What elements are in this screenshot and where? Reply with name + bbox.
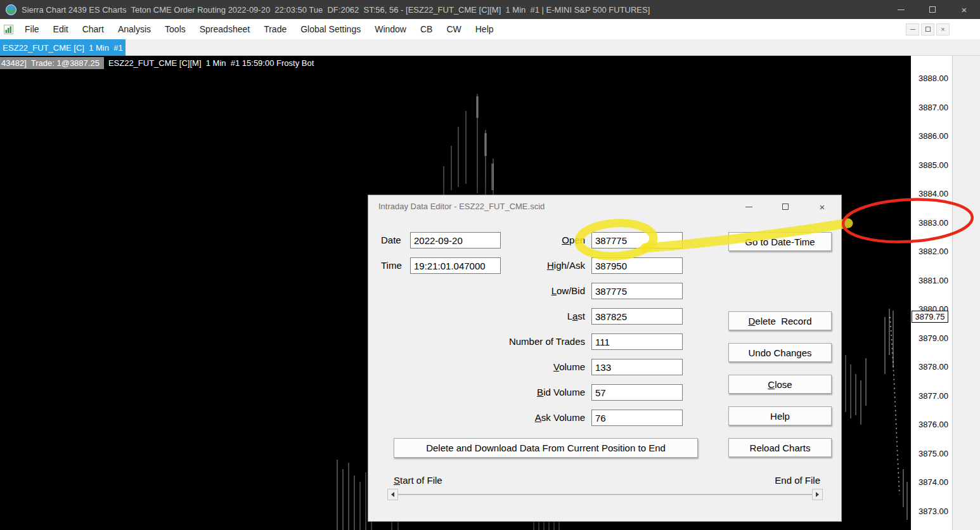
tab-bar: ESZ22_FUT_CME [C] 1 Min #1 (0, 39, 980, 56)
menu-analysis[interactable]: Analysis (111, 24, 158, 34)
chart-document-icon (4, 25, 13, 34)
price-axis-label: 3882.00 (919, 246, 948, 257)
menu-window[interactable]: Window (368, 24, 413, 34)
data-position-scrollbar[interactable] (387, 489, 823, 500)
ask-volume-label: Ask Volume (458, 411, 585, 424)
bid-volume-label: Bid Volume (458, 386, 585, 399)
intraday-data-editor-dialog: Intraday Data Editor - ESZ22_FUT_CME.sci… (368, 195, 842, 522)
menu-cb[interactable]: CB (413, 24, 439, 34)
menu-tools[interactable]: Tools (158, 24, 193, 34)
last-price-badge: 3879.75 (912, 311, 948, 323)
tab-esz22-fut-cme[interactable]: ESZ22_FUT_CME [C] 1 Min #1 (0, 39, 126, 56)
price-axis-label: 3873.00 (919, 506, 948, 517)
price-axis-label: 3877.00 (919, 391, 948, 402)
start-of-file-label: Start of File (394, 475, 442, 486)
price-axis-label: 3881.00 (919, 275, 948, 287)
scroll-right-button[interactable] (812, 489, 823, 500)
menu-bar: File Edit Chart Analysis Tools Spreadshe… (0, 19, 980, 39)
date-label: Date (381, 234, 401, 247)
minimize-icon (745, 207, 752, 207)
dialog-close-button[interactable]: × (808, 198, 836, 216)
dialog-window-controls: × (735, 198, 836, 216)
window-minimize-button[interactable] (885, 0, 917, 19)
menu-file[interactable]: File (18, 24, 46, 34)
price-axis-label: 3888.00 (919, 73, 948, 84)
undo-changes-button[interactable]: Undo Changes (728, 343, 832, 362)
price-axis-label: 3884.00 (919, 188, 948, 200)
go-to-date-time-button[interactable]: Go to Date-Time (728, 232, 832, 251)
price-axis[interactable]: 3888.00 3887.00 3886.00 3885.00 3884.00 … (911, 56, 952, 530)
high-ask-input[interactable] (591, 257, 683, 274)
price-axis-label: 3878.00 (919, 361, 948, 373)
menu-edit[interactable]: Edit (46, 24, 75, 34)
window-controls: × (885, 0, 980, 19)
scroll-left-button[interactable] (387, 489, 398, 500)
high-ask-label: High/Ask (458, 259, 585, 272)
end-of-file-label: End of File (775, 475, 820, 486)
volume-label: Volume (458, 361, 585, 373)
left-arrow-icon (391, 492, 394, 497)
low-bid-input[interactable] (591, 283, 683, 299)
window-close-button[interactable]: × (948, 0, 980, 19)
minimize-icon (898, 10, 905, 10)
close-button[interactable]: Close (728, 375, 832, 394)
title-bar[interactable]: Sierra Chart 2439 ES Charts Teton CME Or… (0, 0, 980, 19)
scrollbar-track[interactable] (398, 494, 812, 495)
menu-trade[interactable]: Trade (257, 24, 293, 34)
price-axis-label: 3885.00 (919, 160, 948, 171)
dialog-minimize-button[interactable] (735, 198, 763, 216)
menu-global-settings[interactable]: Global Settings (293, 24, 368, 34)
trade-status-badge: 43482] Trade: 1@3887.25 (0, 57, 104, 69)
chart-status-line: 43482] Trade: 1@3887.25 ESZ22_FUT_CME [C… (0, 57, 318, 69)
window-right-gutter (952, 56, 980, 530)
right-arrow-icon (816, 492, 819, 497)
open-input[interactable] (591, 232, 683, 249)
help-button[interactable]: Help (728, 406, 832, 425)
open-label: Open (458, 234, 585, 247)
volume-input[interactable] (591, 359, 683, 375)
menu-spreadsheet[interactable]: Spreadsheet (193, 24, 257, 34)
menu-chart[interactable]: Chart (75, 24, 111, 34)
menu-cw[interactable]: CW (439, 24, 468, 34)
dialog-maximize-button[interactable] (771, 198, 799, 216)
price-axis-label: 3874.00 (919, 477, 948, 488)
price-axis-label: 3875.00 (919, 448, 948, 460)
mdi-restore-button[interactable] (921, 23, 934, 36)
price-axis-label: 3887.00 (919, 102, 948, 113)
sierra-chart-window: Sierra Chart 2439 ES Charts Teton CME Or… (0, 0, 980, 530)
last-label: Last (458, 310, 585, 323)
menu-help[interactable]: Help (468, 24, 501, 34)
delete-record-button[interactable]: Delete Record (728, 311, 832, 330)
last-input[interactable] (591, 308, 683, 325)
price-axis-label: 3876.00 (919, 419, 948, 430)
price-axis-label: 3879.00 (919, 333, 948, 344)
number-of-trades-input[interactable] (591, 333, 683, 350)
bid-volume-input[interactable] (591, 384, 683, 401)
window-maximize-button[interactable] (917, 0, 948, 19)
chart-symbol-status: ESZ22_FUT_CME [C][M] 1 Min #1 15:59:00 F… (104, 57, 318, 69)
delete-and-download-button[interactable]: Delete and Download Data From Current Po… (394, 438, 698, 458)
mdi-close-button[interactable]: × (936, 23, 950, 36)
restore-icon (925, 27, 931, 32)
minimize-icon (910, 29, 915, 30)
time-label: Time (381, 259, 402, 272)
mdi-minimize-button[interactable] (906, 23, 919, 36)
dialog-title: Intraday Data Editor - ESZ22_FUT_CME.sci… (378, 202, 545, 211)
price-axis-label: 3883.00 (919, 217, 948, 229)
ask-volume-input[interactable] (591, 410, 683, 426)
maximize-icon (782, 204, 789, 210)
mdi-window-controls: × (906, 23, 950, 36)
number-of-trades-label: Number of Trades (458, 335, 585, 348)
window-title: Sierra Chart 2439 ES Charts Teton CME Or… (22, 5, 650, 15)
maximize-icon (929, 6, 936, 13)
reload-charts-button[interactable]: Reload Charts (728, 438, 832, 457)
price-axis-label: 3886.00 (919, 131, 948, 142)
low-bid-label: Low/Bid (458, 285, 585, 297)
sierra-chart-logo-icon (6, 4, 16, 15)
